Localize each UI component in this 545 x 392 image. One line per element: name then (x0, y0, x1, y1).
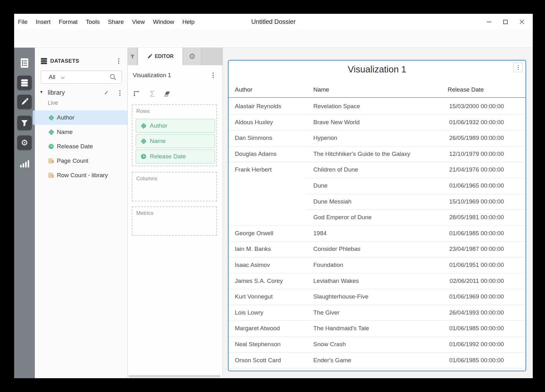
rows-chip-author[interactable]: Author (136, 119, 215, 133)
visualization-menu-kebab[interactable] (210, 72, 216, 79)
datasets-icon-small (40, 57, 48, 66)
metric-icon (48, 158, 54, 164)
column-header-name[interactable]: Name (313, 86, 329, 93)
rows-chip-release-date[interactable]: Release Date (136, 150, 215, 163)
maximize-button[interactable] (503, 19, 508, 25)
dataset-field-name[interactable]: Name (35, 125, 127, 139)
menu-window[interactable]: Window (153, 19, 174, 25)
table-row[interactable]: Neal StephensonSnow Crash01/06/1992 00:0… (229, 336, 526, 352)
grid-body: Alastair ReynoldsRevelation Space15/03/2… (229, 98, 526, 371)
totals-sigma-icon[interactable]: Σ (148, 89, 157, 99)
filter-icon[interactable] (17, 116, 32, 130)
columns-drop-zone[interactable]: Columns (132, 172, 217, 201)
table-row[interactable]: Frank HerbertChildren of Dune21/04/1976 … (229, 162, 526, 178)
table-row[interactable]: Kurt VonnegutSlaughterhouse-Five01/06/19… (229, 289, 526, 305)
rows-drop-zone[interactable]: Rows AuthorNameRelease Date (132, 104, 217, 166)
rows-zone-label: Rows (136, 108, 150, 114)
editor-scrollbar[interactable] (128, 375, 221, 378)
table-row[interactable]: Margaret AtwoodThe Handmaid's Tale01/06/… (229, 320, 526, 336)
attribute-diamond-icon (48, 114, 54, 121)
table-row[interactable]: Alastair ReynoldsRevelation Space15/03/2… (229, 98, 526, 114)
datasets-icon[interactable] (17, 76, 32, 90)
dataset-field-row-count-library[interactable]: Row Count - library (35, 168, 127, 183)
eraser-icon[interactable] (163, 89, 172, 99)
minimize-button[interactable] (486, 19, 492, 25)
chevron-down-icon[interactable] (61, 75, 65, 81)
rows-chip-name[interactable]: Name (136, 134, 215, 148)
expander-icon[interactable]: ▾ (40, 89, 43, 95)
dataset-field-author[interactable]: Author (35, 110, 127, 125)
window-title: Untitled Dossier (251, 14, 295, 30)
visualization-name-label: Visualization 1 (133, 72, 171, 79)
column-header-author[interactable]: Author (235, 86, 252, 93)
editor-panel: EDITOR ⚙ Visualization 1 Σ Rows AuthorNa… (128, 48, 223, 378)
date-clock-icon (48, 143, 54, 150)
menu-view[interactable]: View (132, 19, 145, 25)
table-row[interactable]: Iain M. BanksConsider Phlebas23/04/1987 … (229, 241, 526, 257)
table-row[interactable]: Peter F. HamiltonPandora's Star02/03/200… (229, 368, 526, 371)
dataset-mode-label: Live (48, 100, 58, 106)
panel-collapse-handle[interactable] (33, 110, 35, 125)
grid-header-row: Author Name Release Date (229, 82, 526, 98)
visualization-card-kebab[interactable] (513, 63, 523, 72)
menu-file[interactable]: File (18, 19, 28, 25)
visualization-card[interactable]: Visualization 1 Author Name Release Date… (228, 60, 526, 371)
table-row[interactable]: God Emperor of Dune28/05/1981 00:00:00 (229, 209, 526, 225)
dataset-field-release-date[interactable]: Release Date (35, 139, 127, 154)
pencil-icon (147, 54, 152, 59)
attribute-diamond-icon (140, 138, 147, 144)
content-area: ⚙ DATASETS All (14, 48, 533, 378)
close-button[interactable] (519, 19, 525, 25)
contents-icon[interactable] (17, 56, 32, 70)
datasets-panel-title: DATASETS (50, 58, 79, 64)
toolbar: T < >HTML (14, 30, 533, 48)
dataset-library-row[interactable]: ▾ library ✓ (35, 88, 127, 98)
column-header-release-date[interactable]: Release Date (448, 86, 484, 93)
tab-editor[interactable]: EDITOR (138, 48, 182, 65)
menu-insert[interactable]: Insert (36, 19, 51, 25)
metric-icon (48, 172, 54, 178)
tab-format[interactable]: ⚙ (183, 48, 201, 65)
dataset-name[interactable]: library (48, 89, 65, 96)
tab-filter[interactable] (128, 48, 137, 65)
check-icon: ✓ (104, 89, 109, 96)
table-row[interactable]: James S.A. CoreyLeviathan Wakes02/06/201… (229, 273, 526, 289)
table-row[interactable]: George Orwell198401/06/1985 00:00:00 (229, 225, 526, 241)
date-clock-icon (140, 153, 147, 160)
dataset-filter-value[interactable]: All (49, 74, 55, 81)
columns-zone-label: Columns (136, 176, 157, 182)
editor-tabstrip: EDITOR ⚙ (128, 48, 223, 65)
attribute-diamond-icon (48, 129, 54, 135)
table-row[interactable]: Douglas AdamsThe Hitchhiker's Guide to t… (229, 146, 526, 162)
metrics-drop-zone[interactable]: Metrics (132, 206, 217, 236)
menu-format[interactable]: Format (59, 19, 78, 25)
dataset-menu-kebab[interactable] (117, 90, 123, 97)
gear-icon: ⚙ (189, 53, 196, 60)
window-controls (486, 14, 525, 30)
dataset-search-box[interactable]: All (41, 71, 122, 84)
edit-icon[interactable] (17, 95, 32, 109)
datasets-panel: DATASETS All ▾ library ✓ Live AuthorName… (35, 48, 128, 378)
left-sidebar: ⚙ (14, 48, 35, 378)
attribute-diamond-icon (140, 123, 147, 129)
dataset-field-page-count[interactable]: Page Count (35, 154, 127, 168)
metrics-zone-label: Metrics (136, 210, 154, 216)
swap-axes-icon[interactable] (132, 89, 141, 99)
table-row[interactable]: Dune Messiah15/10/1969 00:00:00 (229, 194, 526, 210)
table-row[interactable]: Aldous HuxleyBrave New World01/06/1932 0… (229, 114, 526, 130)
table-row[interactable]: Isaac AsimovFoundation01/06/1951 00:00:0… (229, 257, 526, 273)
menu-tools[interactable]: Tools (86, 19, 100, 25)
tab-editor-label: EDITOR (155, 54, 174, 59)
dossier-canvas: Visualization 1 Author Name Release Date… (223, 48, 533, 378)
table-row[interactable]: Dan SimmonsHyperion26/05/1989 00:00:00 (229, 130, 526, 146)
chart-icon[interactable] (17, 156, 32, 171)
menu-share[interactable]: Share (108, 19, 124, 25)
table-row[interactable]: Dune01/06/1965 00:00:00 (229, 178, 526, 194)
search-icon[interactable] (110, 74, 116, 82)
app-window: FileInsertFormatToolsShareViewWindowHelp… (14, 14, 533, 378)
table-row[interactable]: Orson Scott CardEnder's Game01/06/1985 0… (229, 352, 526, 368)
menu-help[interactable]: Help (182, 19, 195, 25)
datasets-menu-kebab[interactable] (116, 58, 121, 65)
table-row[interactable]: Lois LowryThe Giver26/04/1993 00:00:00 (229, 305, 526, 321)
settings-icon[interactable]: ⚙ (17, 135, 32, 150)
